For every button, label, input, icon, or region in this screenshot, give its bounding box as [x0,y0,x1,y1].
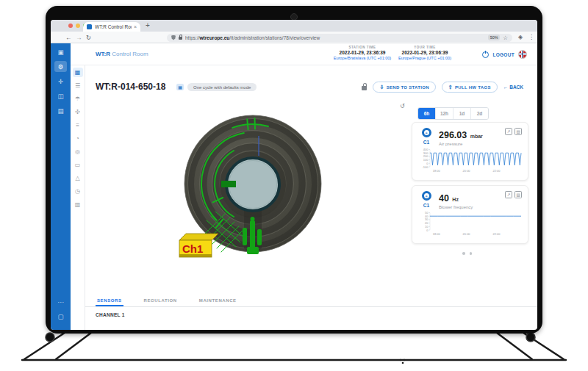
bookmark-star-icon[interactable]: ☆ [503,35,508,41]
metric-name: Air pressure [439,142,505,146]
section-tabs: SENSORSREGULATIONMAINTENANCE [85,295,537,307]
send-to-station-button[interactable]: ⇩SEND TO STATION [373,82,435,93]
reload-icon[interactable]: ↻ [86,34,91,41]
sidebar-item-more[interactable]: ⋯ [54,296,67,307]
logout-button[interactable]: LOGOUT [492,52,514,57]
channel-marker-label: Ch1 [182,242,203,255]
pull-hw-tags-button[interactable]: ⇧PULL HW TAGS [442,82,498,93]
time-range-selector: 6h12h1d2d [417,107,489,120]
metric-card: ✳C140 HzBlower frequency↗▤5040302010018:… [412,185,528,244]
station-config-icon[interactable]: ▦ [176,84,184,90]
history-icon[interactable]: ↺ [400,103,405,109]
sidebar-item-archive[interactable]: ▥ [73,200,83,209]
tab-close-icon[interactable]: × [134,24,137,29]
range-button-6h[interactable]: 6h [418,108,435,119]
tab-regulation[interactable]: REGULATION [143,295,179,306]
metric-card: ✳C1296.03 mbarAir pressure↗▤400300200100… [412,122,528,181]
channel-1-marker[interactable]: Ch1 [179,234,218,257]
metric-chart: 4003002001000-10018:0020:0022:00 [418,148,523,173]
open-in-new-icon[interactable]: ↗ [505,191,512,198]
carousel-dots[interactable] [462,252,472,255]
fan-icon: ✳ [422,191,431,201]
range-button-1d[interactable]: 1d [453,108,470,119]
sidebar-item-list[interactable]: ☰ [73,81,83,90]
range-button-2d[interactable]: 2d [470,108,488,119]
back-arrow-icon: ← [503,84,509,90]
power-icon [482,51,489,58]
pull-icon: ⇧ [448,84,453,90]
chart-grid-icon[interactable]: ▤ [514,128,522,135]
url-domain: wtreurope.eu [200,35,230,40]
your-time-block: YOUR TIME 2022-01-29, 23:06:39 Europe/Pr… [381,46,469,60]
sidebar-item-media[interactable]: ◫ [54,90,67,101]
sidebar-item-display[interactable]: ▢ [54,311,67,322]
page-zoom-chip[interactable]: 50% [488,35,500,40]
url-bar[interactable]: https://wtreurope.eu/it/administration/s… [167,34,512,42]
your-time-label: YOUR TIME [381,46,469,49]
monitor-frame: WT:R Control Room × + ← → ↻ https://wtre… [46,6,542,334]
tab-sensors[interactable]: SENSORS [96,295,123,306]
metric-chart: 5040302010018:0020:0022:00 [418,211,523,236]
channel-label: C1 [418,140,434,145]
sidebar-item-links[interactable]: ✛ [54,76,67,87]
browser-menu-icon[interactable]: ⋮ [528,34,534,40]
sidebar-item-package[interactable]: ▭ [73,160,83,170]
primary-sidebar: ▣⚙✛◫▤⋯▢ [51,43,71,330]
channel-label: C1 [418,203,434,208]
metric-name: Blower frequency [439,205,505,209]
extensions-icon[interactable]: ◈ [518,34,523,40]
chart-grid-icon[interactable]: ▤ [514,191,522,198]
your-time-value: 2022-01-29, 23:06:39 [381,50,469,55]
secondary-sidebar: ▦☰☂✣≡◔◎▭△◷▥ [71,65,85,330]
svg-text:0: 0 [426,228,429,232]
svg-text:18:00: 18:00 [433,232,441,236]
window-close-button[interactable] [68,24,73,28]
mode-badge: One cycle with defaults mode [187,83,257,91]
back-nav-icon[interactable]: ← [65,34,72,41]
title-actions: ⇩SEND TO STATION ⇧PULL HW TAGS ←BACK [362,82,523,93]
open-in-new-icon[interactable]: ↗ [505,128,512,135]
page-background: WT:R Control Room × + ← → ↻ https://wtre… [0,0,588,371]
sidebar-item-documents[interactable]: ▤ [54,105,67,116]
sidebar-item-sliders[interactable]: ≡ [73,120,83,130]
primary-sidebar-bottom: ⋯▢ [51,293,71,325]
back-button[interactable]: ←BACK [503,84,523,90]
sidebar-item-control[interactable]: ⚙ [54,61,67,72]
tab-favicon [87,24,92,29]
sidebar-item-light[interactable]: ◎ [73,147,83,156]
url-scheme: https:// [185,35,200,40]
range-button-12h[interactable]: 12h [435,108,453,119]
metric-unit: Hz [452,197,459,202]
new-tab-button[interactable]: + [146,21,150,29]
sidebar-item-vector[interactable]: △ [73,173,83,183]
svg-text:20:00: 20:00 [463,232,471,236]
sidebar-item-climate[interactable]: ☂ [73,94,83,104]
tab-maintenance[interactable]: MAINTENANCE [198,295,238,306]
svg-text:18:00: 18:00 [433,169,441,173]
language-flag-icon[interactable] [518,50,527,59]
sidebar-item-gauge[interactable]: ◔ [73,134,83,143]
tab-title: WT:R Control Room [95,24,132,29]
browser-toolbar: ← → ↻ https://wtreurope.eu/it/administra… [51,32,537,43]
window-minimize-button[interactable] [76,24,80,28]
site-info-shield-icon[interactable] [171,35,176,40]
svg-text:-100: -100 [422,165,429,169]
sidebar-item-overview[interactable]: ▦ [73,68,83,77]
channel-section-label: CHANNEL 1 [96,312,125,317]
app-header: WT:R Control Room STATION TIME 2022-01-2… [71,43,537,65]
sidebar-item-fan[interactable]: ✣ [73,107,83,117]
metric-value: 40 [439,193,449,203]
device-3d-view[interactable]: Ch1 [168,103,404,268]
fan-icon: ✳ [422,128,431,137]
svg-text:20:00: 20:00 [463,169,471,173]
svg-text:22:00: 22:00 [493,232,501,236]
page-title: WT:R-014-650-18 [96,82,165,92]
forward-nav-icon[interactable]: → [76,34,82,41]
your-timezone-link[interactable]: Europe/Prague (UTC +01:00) [381,56,469,60]
browser-tab[interactable]: WT:R Control Room × [83,22,140,32]
sidebar-item-history[interactable]: ◷ [73,187,83,196]
https-lock-icon[interactable] [179,37,182,40]
metric-value: 296.03 [439,130,467,140]
sidebar-item-dashboard[interactable]: ▣ [54,46,67,57]
lock-icon [362,86,367,90]
